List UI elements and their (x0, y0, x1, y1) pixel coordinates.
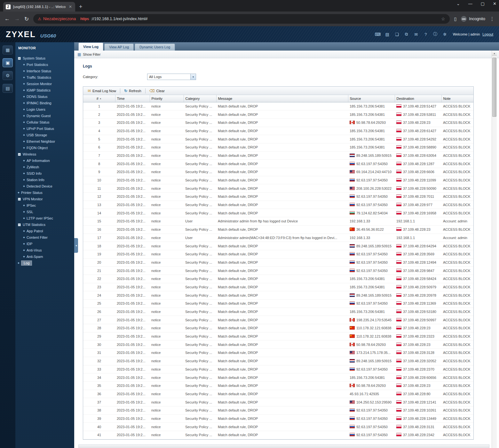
close-button[interactable]: ✕ (493, 1, 496, 6)
table-row[interactable]: 222023-01-05 19:2...noticeSecurity Polic… (83, 275, 473, 283)
sidebar-item-ssid-info[interactable]: SSID Info (15, 170, 74, 177)
sidebar-item-ip-mac-binding[interactable]: IP/MAC Binding (15, 100, 74, 106)
tab-view-ap-log[interactable]: View AP Log (104, 44, 134, 51)
table-row[interactable]: 162023-01-05 19:2...noticeSecurity Polic… (83, 225, 473, 234)
sidebar-item-anti-spam[interactable]: Anti-Spam (15, 253, 74, 260)
new-tab-button[interactable]: + (79, 4, 83, 10)
category-dropdown[interactable]: All Logs ▼ (147, 74, 196, 80)
sidebar-item-detected-device[interactable]: Detected Device (15, 183, 74, 189)
show-filter-button[interactable]: ▦ Show Filter (74, 51, 499, 58)
reference-guide-icon[interactable]: ▤ (384, 32, 391, 37)
sidebar-item-fqdn-object[interactable]: FQDN Object (15, 145, 74, 151)
sidebar-item-system-status[interactable]: System Status (15, 55, 74, 61)
tab-close-icon[interactable]: ✕ (68, 4, 73, 9)
table-row[interactable]: 282023-01-05 19:2...noticeSecurity Polic… (83, 324, 473, 332)
table-row[interactable]: 152023-01-05 19:2...noticeUserAdministra… (83, 217, 473, 226)
clear-button[interactable]: ⌫ Clear (147, 88, 167, 94)
sidebar-item-wireless[interactable]: Wireless (15, 151, 74, 157)
reload-button[interactable]: ↻ (24, 16, 29, 22)
table-row[interactable]: 132023-01-05 19:2...noticeSecurity Polic… (83, 201, 473, 209)
table-row[interactable]: 42023-01-05 19:2...noticeSecurity Policy… (83, 127, 473, 135)
table-row[interactable]: 312023-01-05 19:2...noticeSecurity Polic… (83, 349, 473, 357)
sidebar-item-dynamic-guest[interactable]: Dynamic Guest (15, 113, 74, 119)
vertical-scrollbar[interactable]: ▲ (492, 51, 497, 448)
sidebar-item-content-filter[interactable]: Content Filter (15, 234, 74, 241)
sidebar-item-session-monitor[interactable]: Session Monitor (15, 81, 74, 87)
table-row[interactable]: 242023-01-05 19:2...noticeSecurity Polic… (83, 291, 473, 300)
site-map-icon[interactable]: ❏ (393, 32, 400, 37)
table-row[interactable]: 232023-01-05 19:2...noticeSecurity Polic… (83, 283, 473, 291)
sidebar-item-utm-statistics[interactable]: UTM Statistics (15, 221, 74, 228)
email-log-now-button[interactable]: ✉ Email Log Now (86, 88, 118, 94)
table-row[interactable]: 182023-01-05 19:2...noticeSecurity Polic… (83, 242, 473, 250)
sidebar-item-station-info[interactable]: Station Info (15, 177, 74, 183)
table-row[interactable]: 262023-01-05 19:2...noticeSecurity Polic… (83, 308, 473, 316)
forum-icon[interactable]: ✉ (413, 32, 420, 37)
sidebar-item-ipsec[interactable]: IPSec (15, 202, 74, 209)
tab-view-log[interactable]: View Log (78, 43, 103, 51)
maintenance-icon[interactable]: ▤ (3, 84, 13, 93)
window-chevron-icon[interactable]: ⌄ (456, 1, 460, 6)
sidebar-item-l2tp-over-ipsec[interactable]: L2TP over IPSec (15, 215, 74, 221)
sidebar-item-ethernet-neighbor[interactable]: Ethernet Neighbor (15, 138, 74, 145)
table-row[interactable]: 272023-01-05 19:2...noticeSecurity Polic… (83, 316, 473, 324)
cli-console-icon[interactable]: ⌨ (374, 32, 381, 37)
column-header-time[interactable]: Time (115, 95, 150, 102)
sidebar-item-traffic-statistics[interactable]: Traffic Statistics (15, 74, 74, 81)
sidebar-item-login-users[interactable]: Login Users (15, 106, 74, 113)
table-row[interactable]: 362023-01-05 19:2...noticeSecurity Polic… (83, 390, 473, 398)
sidebar-item-interface-status[interactable]: Interface Status (15, 68, 74, 74)
dashboard-icon[interactable]: ▦ (3, 45, 13, 54)
about-icon[interactable]: ⓘ (432, 31, 439, 37)
sidebar-item-printer-status[interactable]: Printer Status (15, 189, 74, 196)
table-row[interactable]: 212023-01-05 19:2...noticeSecurity Polic… (83, 267, 473, 275)
table-row[interactable]: 62023-01-05 19:2...noticeSecurity Policy… (83, 143, 473, 151)
minimize-button[interactable]: — (468, 1, 472, 6)
table-row[interactable]: 12023-01-05 19:2...noticeSecurity Policy… (83, 102, 473, 110)
table-row[interactable]: 412023-01-05 19:2...noticeSecurity Polic… (83, 431, 473, 439)
sidebar-item-log[interactable]: Log (15, 260, 74, 266)
table-row[interactable]: 332023-01-05 19:2...noticeSecurity Polic… (83, 365, 473, 373)
maximize-button[interactable]: ▢ (481, 1, 485, 6)
forward-button[interactable]: → (14, 16, 20, 22)
configuration-icon[interactable]: ⚙ (3, 71, 13, 80)
table-row[interactable]: 372023-01-05 19:2...noticeSecurity Polic… (83, 398, 473, 406)
url-bar[interactable]: ⚠ Niezabezpieczona https ://192.168.1.1/… (33, 14, 449, 24)
sidebar-item-ssl[interactable]: SSL (15, 209, 74, 215)
bookmark-star-icon[interactable]: ☆ (441, 16, 445, 21)
table-row[interactable]: 92023-01-05 19:2...noticeSecurity Policy… (83, 168, 473, 176)
table-row[interactable]: 252023-01-05 19:2...noticeSecurity Polic… (83, 300, 473, 308)
sidebar-item-ddns-status[interactable]: DDNS Status (15, 93, 74, 100)
table-row[interactable]: 122023-01-05 19:2...noticeSecurity Polic… (83, 193, 473, 201)
sidebar-item-igmp-statistics[interactable]: IGMP Statistics (15, 87, 74, 93)
table-row[interactable]: 382023-01-05 19:2...noticeSecurity Polic… (83, 406, 473, 414)
column-header-destination[interactable]: Destination (395, 95, 441, 102)
sidebar-item-app-patrol[interactable]: App Patrol (15, 228, 74, 234)
help-icon[interactable]: ? (422, 32, 429, 37)
sidebar-item-ap-information[interactable]: AP Information (15, 157, 74, 164)
wizard-icon[interactable]: ✲ (441, 32, 448, 37)
table-row[interactable]: 72023-01-05 19:2...noticeSecurity Policy… (83, 151, 473, 160)
table-row[interactable]: 102023-01-05 19:2...noticeSecurity Polic… (83, 176, 473, 184)
collapse-icon[interactable] (18, 198, 21, 201)
table-row[interactable]: 202023-01-05 19:2...noticeSecurity Polic… (83, 258, 473, 267)
table-row[interactable]: 192023-01-05 19:2...noticeSecurity Polic… (83, 250, 473, 258)
sidebar-item-vpn-monitor[interactable]: VPN Monitor (15, 196, 74, 202)
sidebar-item-idp[interactable]: IDP (15, 241, 74, 247)
side-panel-icon[interactable]: ▯ (454, 16, 457, 21)
sidebar-item-upnp-port-status[interactable]: UPnP Port Status (15, 125, 74, 132)
monitor-icon[interactable]: ▣ (3, 58, 13, 67)
back-button[interactable]: ← (4, 16, 10, 22)
column-header-note[interactable]: Note (441, 95, 473, 102)
sidebar-collapse-handle[interactable]: ◂ (74, 238, 78, 253)
security-warning-icon[interactable]: ⚠ (38, 17, 41, 21)
refresh-button[interactable]: ↻ Refresh (122, 88, 143, 94)
chevron-down-icon[interactable]: ▼ (190, 74, 196, 80)
table-row[interactable]: 302023-01-05 19:2...noticeSecurity Polic… (83, 340, 473, 349)
table-row[interactable]: 32023-01-05 19:2...noticeSecurity Policy… (83, 118, 473, 127)
network-topology-icon[interactable]: ⧉ (403, 32, 410, 37)
table-row[interactable]: 322023-01-05 19:2...noticeSecurity Polic… (83, 357, 473, 365)
column-header-message[interactable]: Message (216, 95, 348, 102)
table-row[interactable]: 342023-01-05 19:2...noticeSecurity Polic… (83, 373, 473, 382)
collapse-icon[interactable] (18, 223, 21, 226)
